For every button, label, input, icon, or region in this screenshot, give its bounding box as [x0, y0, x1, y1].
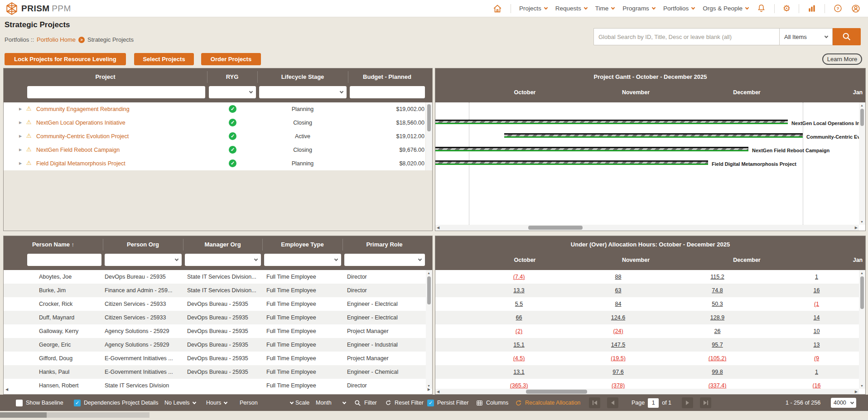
allocation-value-link[interactable]: 97.6 [612, 369, 623, 375]
checkbox-checked-icon[interactable]: ✓ [427, 400, 434, 406]
project-link[interactable]: NextGen Local Operations Initiative [36, 120, 125, 126]
scroll-down-icon[interactable]: ▼ [860, 384, 863, 387]
home-icon[interactable] [492, 4, 502, 14]
reset-filter-button[interactable]: Reset Filter [385, 395, 424, 411]
levels-select[interactable]: No Levels [164, 395, 196, 411]
recalculate-allocation-button[interactable]: Recalculate Allocation [515, 395, 580, 411]
horizontal-scrollbar-thumb[interactable] [0, 412, 47, 418]
allocation-value-link[interactable]: 124.6 [611, 314, 625, 321]
gantt-bar[interactable] [435, 147, 748, 151]
project-details-button[interactable]: Project Details [122, 395, 159, 411]
checkbox-unchecked-icon[interactable] [16, 400, 23, 406]
columns-button[interactable]: Columns [476, 395, 508, 411]
expand-icon[interactable]: ▶ [19, 121, 22, 125]
allocation-vertical-scrollbar[interactable]: ▲ ▼ [859, 270, 865, 389]
allocation-value-link[interactable]: 16 [814, 287, 820, 294]
dependencies-checkbox[interactable]: ✓Dependencies [74, 395, 120, 411]
table-row[interactable]: Crocker, RickCitizen Services - 25933Dev… [4, 297, 426, 311]
ryg-filter-select[interactable] [209, 86, 256, 98]
project-link[interactable]: Community Engagement Rebranding [36, 106, 130, 112]
page-size-select[interactable]: 4000 [831, 395, 856, 411]
allocation-value-link[interactable]: 50.3 [712, 301, 723, 307]
table-row[interactable]: Galloway, KerryAgency Solutions - 25929D… [4, 324, 426, 338]
scroll-right-icon[interactable]: ▶ [855, 390, 858, 394]
lifecycle-filter-select[interactable] [259, 86, 347, 98]
search-scope-select[interactable]: All Items [779, 28, 833, 45]
nav-item-requests[interactable]: Requests [555, 5, 587, 12]
brand-logo[interactable]: PRISM PPM [0, 2, 71, 15]
allocation-value-link[interactable]: 5.5 [515, 301, 523, 307]
vertical-scrollbar[interactable]: ▲ ▼ [426, 270, 432, 389]
budget-filter-input[interactable] [350, 86, 425, 98]
column-header-manager-org[interactable]: Manager Org [183, 241, 262, 248]
nav-item-programs[interactable]: Programs [622, 5, 655, 12]
allocation-value-link[interactable]: 14 [814, 314, 820, 321]
scroll-left-icon[interactable]: ◀ [437, 390, 439, 394]
allocation-value-link[interactable]: (105.2) [709, 355, 727, 362]
allocation-value-link[interactable]: 1 [815, 369, 818, 375]
table-row[interactable]: ▶⚠ Community-Centric Evolution Project ✓… [4, 130, 425, 143]
nav-item-projects[interactable]: Projects [519, 5, 547, 12]
expand-icon[interactable]: ▶ [19, 107, 22, 111]
group-by-select[interactable]: Person [240, 395, 293, 411]
nav-item-time[interactable]: Time [595, 5, 615, 12]
table-row[interactable]: George, EricAgency Solutions - 25929DevO… [4, 338, 426, 352]
table-row[interactable]: Hansen, RobertState IT Services Division… [4, 379, 426, 389]
settings-icon[interactable]: ⚙ [783, 3, 791, 14]
project-link[interactable]: Field Digital Metamorphosis Project [36, 160, 125, 167]
reports-icon[interactable] [807, 4, 816, 13]
table-row[interactable]: ▶⚠ Community Engagement Rebranding ✓ Pla… [4, 102, 425, 116]
hours-select[interactable]: Hours [206, 395, 227, 411]
allocation-value-link[interactable]: 128.9 [710, 314, 724, 321]
table-row[interactable]: ▶⚠ NextGen Field Reboot Campaign ✓ Closi… [4, 143, 425, 157]
allocation-value-link[interactable]: 115.2 [710, 274, 724, 280]
allocation-value-link[interactable]: 1 [815, 274, 818, 280]
scroll-down-icon[interactable]: ▼ [427, 384, 430, 387]
gantt-bar[interactable] [435, 120, 788, 124]
scroll-left-icon[interactable]: ◀ [437, 226, 439, 230]
show-baseline-checkbox[interactable]: Show Baseline [16, 395, 63, 411]
allocation-value-link[interactable]: (7.4) [513, 274, 525, 280]
nav-item-orgs-people[interactable]: Orgs & People [703, 5, 748, 12]
column-header-lifecycle[interactable]: Lifecycle Stage [257, 73, 348, 80]
column-header-ryg[interactable]: RYG [207, 73, 257, 80]
gantt-bar[interactable] [435, 160, 708, 165]
table-row[interactable]: Burke, JimFinance and Admin - 259...Stat… [4, 284, 426, 297]
person-name-filter-input[interactable] [27, 254, 101, 266]
account-icon[interactable] [851, 4, 861, 14]
table-row[interactable]: ▶⚠ Field Digital Metamorphosis Project ✓… [4, 157, 425, 170]
expand-icon[interactable]: ▶ [19, 161, 22, 165]
next-page-button[interactable] [682, 397, 693, 408]
persist-filter-checkbox[interactable]: ✓Persist Filter [427, 395, 468, 411]
search-button[interactable] [833, 28, 861, 45]
scale-select[interactable]: Month [316, 395, 346, 411]
column-header-budget[interactable]: Budget - Planned [348, 73, 426, 80]
help-icon[interactable]: ? [833, 4, 843, 13]
expand-icon[interactable]: ▶ [19, 134, 22, 138]
allocation-value-link[interactable]: 66 [516, 314, 522, 321]
allocation-value-link[interactable]: 13 [814, 342, 820, 348]
allocation-value-link[interactable]: 84 [615, 301, 622, 307]
scroll-up-icon[interactable]: ▲ [860, 104, 863, 107]
last-page-button[interactable] [700, 397, 711, 408]
scroll-up-icon[interactable]: ▲ [427, 271, 430, 275]
allocation-value-link[interactable]: 99.8 [712, 369, 723, 375]
allocation-value-link[interactable]: 13.3 [513, 287, 524, 294]
allocation-value-link[interactable]: 147.5 [611, 342, 625, 348]
allocation-value-link[interactable]: (4.5) [513, 355, 525, 362]
table-row[interactable]: Hanks, PaulE-Government Initiatives ...D… [4, 365, 426, 379]
allocation-value-link[interactable]: 88 [615, 274, 622, 280]
allocation-value-link[interactable]: (19.5) [611, 355, 626, 362]
first-page-button[interactable] [589, 397, 600, 408]
project-link[interactable]: NextGen Field Reboot Campaign [36, 147, 120, 153]
column-header-employee-type[interactable]: Employee Type [262, 241, 342, 248]
allocation-value-link[interactable]: (337.4) [709, 382, 727, 389]
gantt-vertical-scrollbar[interactable]: ▲ ▼ [859, 102, 865, 225]
person-org-filter-select[interactable] [105, 254, 182, 266]
allocation-value-link[interactable]: 26 [714, 328, 721, 334]
allocation-horizontal-scrollbar[interactable]: ◀ ▶ [435, 389, 859, 395]
column-header-project[interactable]: Project [4, 73, 207, 80]
allocation-value-link[interactable]: (378) [612, 382, 625, 389]
table-row[interactable]: ▶⚠ NextGen Local Operations Initiative ✓… [4, 116, 425, 130]
previous-page-button[interactable] [607, 397, 618, 408]
